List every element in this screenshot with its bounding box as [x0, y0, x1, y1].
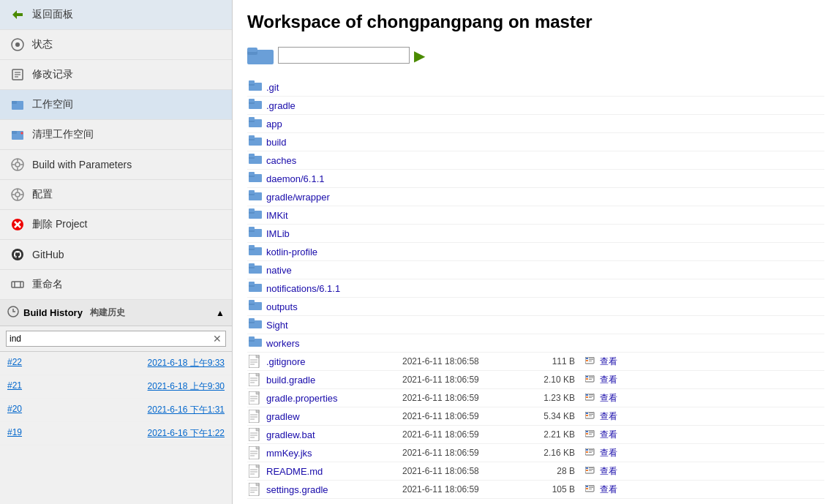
file-size: 105 B [516, 484, 575, 494]
path-input[interactable] [278, 47, 410, 64]
file-action: 查看 [585, 392, 617, 405]
folder-row[interactable]: native [247, 261, 824, 279]
sidebar-item-delete[interactable]: 删除 Project [0, 210, 232, 240]
folder-row[interactable]: .gradle [247, 97, 824, 115]
build-item-21[interactable]: #21 2021-6-18 上午9:30 [0, 375, 232, 399]
folder-icon [249, 135, 262, 148]
sidebar-item-github[interactable]: GitHub [0, 240, 232, 270]
file-icon [249, 355, 262, 368]
folder-row[interactable]: outputs [247, 298, 824, 316]
svg-line-12 [21, 132, 23, 134]
folder-name: daemon/6.1.1 [266, 173, 398, 184]
folder-row[interactable]: workers [247, 334, 824, 353]
rename-icon [10, 277, 25, 292]
svg-rect-156 [586, 486, 588, 487]
build-num[interactable]: #21 [7, 380, 22, 393]
build-item-20[interactable]: #20 2021-6-16 下午1:31 [0, 399, 232, 422]
file-icon [249, 446, 262, 459]
svg-rect-150 [589, 470, 592, 471]
delete-icon [10, 217, 25, 232]
file-icon [249, 464, 262, 478]
svg-marker-0 [12, 10, 23, 19]
path-go-button[interactable]: ▶ [414, 47, 425, 64]
workspace-icon [10, 97, 25, 112]
file-date: 2021-6-11 18:06:59 [402, 429, 512, 440]
sidebar-item-changelog[interactable]: 修改记录 [0, 60, 232, 90]
folder-icon [249, 227, 262, 240]
svg-rect-110 [589, 397, 592, 398]
file-name: README.md [266, 466, 398, 477]
svg-rect-106 [586, 394, 588, 396]
folder-row[interactable]: IMKit [247, 206, 824, 225]
file-icon [249, 483, 262, 496]
page-title: Workspace of chongpangpang on master [247, 12, 824, 32]
sidebar-item-status[interactable]: 状态 [0, 30, 232, 60]
svg-rect-53 [249, 172, 255, 176]
folder-row[interactable]: .git [247, 78, 824, 97]
folder-row[interactable]: kotlin-profile [247, 243, 824, 261]
sidebar-item-label: 配置 [32, 188, 53, 201]
file-list: .git .gradle app build caches daemon/6.1… [247, 78, 824, 499]
file-name: build.gradle [266, 375, 398, 385]
sidebar-item-back[interactable]: 返回面板 [0, 0, 232, 30]
folder-row[interactable]: build [247, 133, 824, 151]
folder-icon [249, 263, 262, 277]
svg-rect-44 [249, 117, 255, 121]
svg-rect-38 [249, 80, 255, 84]
sidebar-item-label: 状态 [32, 38, 53, 51]
folder-row[interactable]: IMLib [247, 225, 824, 243]
svg-rect-8 [12, 101, 17, 104]
svg-rect-65 [249, 245, 255, 249]
file-row: build.gradle 2021-6-11 18:06:59 2.10 KB … [247, 371, 824, 389]
file-size: 2.10 KB [516, 375, 575, 385]
build-num[interactable]: #19 [7, 427, 22, 440]
sidebar: 返回面板 状态 修改记录 工作空间 清理工作空间 Build with Para… [0, 0, 233, 504]
svg-rect-117 [586, 415, 588, 416]
file-row: mmKey.jks 2021-6-11 18:06:59 2.16 KB 查看 [247, 444, 824, 462]
build-num[interactable]: #22 [7, 357, 22, 369]
svg-rect-138 [589, 449, 593, 450]
svg-rect-108 [589, 394, 593, 395]
folder-name: notifications/6.1.1 [266, 283, 398, 294]
sidebar-item-config[interactable]: 配置 [0, 180, 232, 210]
folder-rows: .git .gradle app build caches daemon/6.1… [247, 78, 824, 353]
file-size: 2.16 KB [516, 448, 575, 458]
sidebar-item-clean[interactable]: 清理工作空间 [0, 120, 232, 150]
folder-row[interactable]: caches [247, 151, 824, 170]
build-item-22[interactable]: #22 2021-6-18 上午9:33 [0, 352, 232, 375]
main-content: Workspace of chongpangpang on master ▶ .… [233, 0, 839, 504]
svg-rect-96 [586, 376, 588, 377]
log-icon [10, 67, 25, 82]
build-history-icon [7, 306, 19, 320]
build-search-clear[interactable]: ✕ [213, 333, 222, 345]
sidebar-item-workspace[interactable]: 工作空间 [0, 90, 232, 120]
folder-row[interactable]: app [247, 115, 824, 133]
folder-row[interactable]: Sight [247, 316, 824, 334]
build-date[interactable]: 2021-6-16 下午1:22 [148, 427, 225, 440]
build-date[interactable]: 2021-6-18 上午9:33 [148, 357, 225, 369]
build-item-19[interactable]: #19 2021-6-16 下午1:22 [0, 422, 232, 445]
folder-row[interactable]: daemon/6.1.1 [247, 170, 824, 188]
file-row: gradlew 2021-6-11 18:06:59 5.34 KB 查看 [247, 407, 824, 426]
file-name: gradle.properties [266, 393, 398, 404]
folder-icon [249, 318, 262, 331]
build-history-toggle[interactable]: ▲ [216, 308, 225, 318]
folder-row[interactable]: gradle/wrapper [247, 188, 824, 206]
build-date[interactable]: 2021-6-18 上午9:30 [148, 380, 225, 393]
folder-name: build [266, 137, 398, 148]
sidebar-item-label: 重命名 [32, 278, 63, 291]
build-history-header: Build History 构建历史 ▲ [0, 300, 232, 326]
build-date[interactable]: 2021-6-16 下午1:31 [148, 404, 225, 416]
sidebar-item-build[interactable]: Build with Parameters [0, 150, 232, 180]
file-row: gradlew.bat 2021-6-11 18:06:59 2.21 KB 查… [247, 426, 824, 444]
sidebar-item-label: 删除 Project [32, 218, 87, 231]
svg-rect-80 [249, 336, 255, 340]
sidebar-item-rename[interactable]: 重命名 [0, 270, 232, 300]
folder-icon [249, 117, 262, 130]
folder-icon [249, 99, 262, 112]
folder-row[interactable]: notifications/6.1.1 [247, 279, 824, 298]
file-size: 28 B [516, 466, 575, 476]
build-num[interactable]: #20 [7, 404, 22, 416]
svg-rect-127 [586, 433, 588, 435]
build-search-input[interactable] [6, 331, 226, 347]
